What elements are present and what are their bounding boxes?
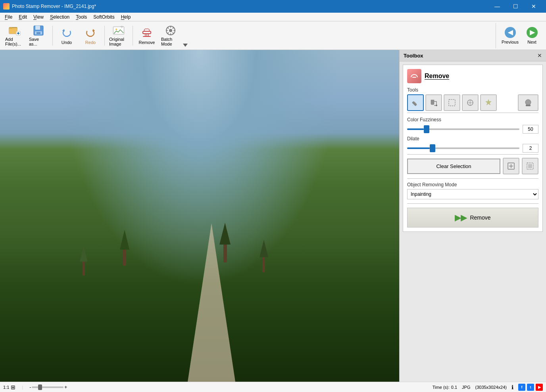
stamp-tool-button[interactable]	[518, 94, 538, 111]
svg-rect-9	[37, 32, 40, 34]
svg-rect-21	[143, 36, 151, 37]
magic-wand-tool-button[interactable]	[462, 94, 479, 111]
main-content: Toolbox ✕ Remove Tools	[0, 50, 546, 382]
remove-button-container: ▶▶ Remove	[407, 208, 538, 228]
divider-3	[407, 178, 538, 179]
zoom-slider-thumb	[38, 384, 42, 390]
menu-bar: File Edit View Selection Tools SoftOrbit…	[0, 13, 546, 21]
menu-help[interactable]: Help	[118, 13, 134, 21]
close-button[interactable]: ✕	[525, 0, 543, 13]
dilate-value[interactable]: 2	[523, 144, 538, 153]
svg-rect-28	[449, 99, 455, 106]
next-button[interactable]: ▶ Next	[521, 23, 543, 48]
time-label: Time (s):	[433, 385, 450, 390]
color-fuzziness-thumb[interactable]	[424, 125, 429, 133]
remove-toolbar-button[interactable]: Remove	[135, 23, 158, 48]
facebook-icon[interactable]: f	[518, 384, 525, 391]
clear-selection-button[interactable]: Clear Selection	[407, 159, 500, 174]
twitter-icon[interactable]: t	[527, 384, 534, 391]
menu-edit[interactable]: Edit	[15, 13, 30, 21]
save-as-icon	[32, 25, 45, 36]
svg-rect-13	[114, 27, 123, 34]
next-label: Next	[527, 40, 536, 44]
save-as-label: Save as...	[29, 37, 48, 46]
separator-3	[133, 26, 133, 46]
canvas-area[interactable]	[0, 50, 399, 382]
svg-marker-24	[183, 44, 188, 47]
title-bar: Photo Stamp Remover - IMG_2141.jpg* — ☐ …	[0, 0, 546, 13]
toolbox-close-button[interactable]: ✕	[537, 52, 542, 59]
selection-actions-row: Clear Selection	[407, 158, 538, 174]
remove-btn-label: Remove	[470, 214, 490, 221]
menu-softorbits[interactable]: SoftOrbits	[90, 13, 117, 21]
svg-rect-32	[526, 105, 531, 106]
dilate-thumb[interactable]	[430, 144, 435, 152]
object-removing-mode-select[interactable]: Inpainting Content Aware Fill Blur	[407, 189, 538, 199]
svg-point-31	[525, 99, 531, 105]
tree-3	[219, 223, 231, 262]
paint-bucket-tool-button[interactable]	[425, 94, 442, 111]
dilate-label: Dilate	[407, 136, 447, 142]
svg-rect-37	[528, 164, 532, 168]
file-format: JPG	[462, 385, 470, 390]
youtube-icon[interactable]: ▶	[536, 384, 543, 391]
zoom-icon: ⊞	[11, 384, 15, 390]
color-fuzziness-slider[interactable]	[407, 128, 519, 130]
file-dimensions: (3035x3024x24)	[475, 385, 507, 390]
minimize-button[interactable]: —	[488, 0, 506, 13]
status-bar: 1:1 ⊞ | - + Time (s): 0.1 JPG (3035x3024…	[0, 382, 546, 392]
dilate-slider[interactable]	[407, 147, 519, 149]
remove-btn-arrow-icon: ▶▶	[455, 213, 467, 222]
menu-file[interactable]: File	[2, 13, 15, 21]
batch-mode-button[interactable]: Batch Mode	[159, 23, 182, 48]
zoom-in-button[interactable]: +	[64, 384, 67, 390]
color-fuzziness-value[interactable]: 50	[523, 125, 538, 134]
undo-label: Undo	[62, 40, 72, 45]
redo-button[interactable]: Redo	[79, 23, 102, 48]
menu-selection[interactable]: Selection	[47, 13, 73, 21]
menu-tools[interactable]: Tools	[73, 13, 90, 21]
add-files-label: Add File(s)...	[5, 37, 24, 46]
previous-button[interactable]: ◀ Previous	[499, 23, 521, 48]
contract-selection-button[interactable]	[522, 158, 538, 174]
zoom-level: 1:1	[3, 385, 9, 390]
zoom-out-button[interactable]: -	[29, 384, 31, 390]
original-image-label: Original Image	[109, 37, 128, 46]
status-sep-1: |	[22, 385, 23, 390]
dilate-row: 2	[407, 144, 538, 153]
batch-mode-dropdown-icon[interactable]	[183, 44, 188, 47]
redo-label: Redo	[85, 40, 96, 45]
tree-4	[260, 240, 268, 272]
batch-mode-icon	[164, 25, 177, 36]
original-image-icon	[112, 25, 125, 36]
original-image-button[interactable]: Original Image	[107, 23, 130, 48]
remove-action-button[interactable]: ▶▶ Remove	[407, 208, 538, 228]
social-icons: f t ▶	[518, 384, 543, 391]
info-icon[interactable]: ℹ	[511, 384, 513, 390]
separator-1	[52, 26, 53, 46]
redo-icon	[84, 27, 97, 39]
maximize-button[interactable]: ☐	[506, 0, 525, 13]
toolbox-header: Toolbox ✕	[400, 50, 546, 61]
previous-icon: ◀	[505, 27, 516, 38]
svg-point-23	[169, 29, 172, 32]
toolbox-close-icon: ✕	[537, 52, 542, 59]
add-files-icon	[8, 25, 21, 36]
svg-point-30	[469, 101, 471, 104]
add-files-button[interactable]: Add File(s)...	[3, 23, 26, 48]
pencil-tool-button[interactable]	[407, 94, 424, 111]
star-tool-button[interactable]	[480, 94, 497, 111]
expand-selection-button[interactable]	[503, 158, 519, 174]
zoom-controls: - +	[29, 384, 67, 390]
divider-2	[407, 154, 538, 155]
rect-select-tool-button[interactable]	[444, 94, 460, 111]
undo-button[interactable]: Undo	[55, 23, 78, 48]
save-as-button[interactable]: Save as...	[27, 23, 50, 48]
color-fuzziness-fill	[407, 128, 424, 130]
color-fuzziness-label: Color Fuzziness	[407, 117, 447, 122]
remove-section-icon	[407, 69, 421, 83]
svg-rect-2	[9, 27, 12, 29]
separator-2	[104, 26, 105, 46]
menu-view[interactable]: View	[30, 13, 47, 21]
zoom-slider[interactable]	[32, 386, 63, 388]
